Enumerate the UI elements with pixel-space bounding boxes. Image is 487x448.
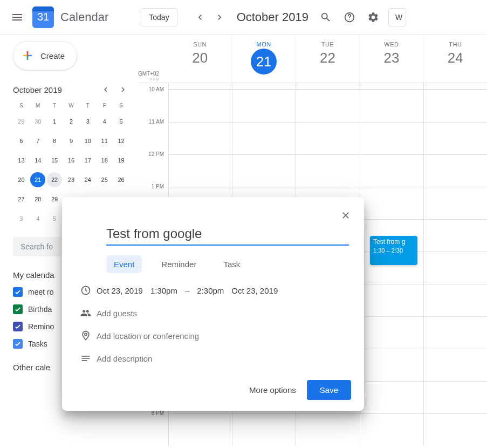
mini-day[interactable]: 16: [64, 153, 79, 168]
chevron-right-icon: [118, 85, 128, 94]
mini-day[interactable]: 2: [64, 114, 79, 129]
mini-day[interactable]: 3: [13, 211, 29, 226]
gear-icon: [367, 11, 379, 23]
dialog-tab-reminder[interactable]: Reminder: [154, 255, 204, 273]
mini-day[interactable]: 25: [97, 172, 112, 187]
create-label: Create: [40, 51, 65, 60]
mini-day[interactable]: 6: [13, 133, 29, 148]
mini-day[interactable]: 8: [47, 133, 62, 148]
mini-day[interactable]: 14: [30, 153, 45, 168]
date-start[interactable]: Oct 23, 2019: [97, 286, 143, 295]
checkbox-icon: [13, 339, 23, 349]
mini-day[interactable]: 18: [97, 153, 112, 168]
mini-day[interactable]: 5: [114, 114, 129, 129]
mini-day[interactable]: 15: [47, 153, 62, 168]
week-nav: [190, 8, 229, 27]
mini-day[interactable]: 24: [80, 172, 95, 187]
settings-button[interactable]: [362, 6, 384, 28]
day-number[interactable]: 24: [424, 50, 487, 66]
day-column-header[interactable]: WED23: [359, 35, 423, 83]
day-column-header[interactable]: MON21: [231, 35, 295, 83]
search-people-input[interactable]: Search fo: [13, 237, 61, 256]
add-location-input[interactable]: Add location or conferencing: [97, 331, 199, 341]
mini-day[interactable]: 10: [80, 133, 95, 148]
mini-day[interactable]: 27: [13, 192, 29, 207]
view-switcher[interactable]: W: [388, 8, 406, 26]
mini-day[interactable]: 5: [47, 211, 62, 226]
mini-day[interactable]: 13: [13, 153, 29, 168]
day-column-header[interactable]: SUN20: [168, 35, 231, 83]
day-number[interactable]: 23: [360, 50, 423, 66]
checkbox-icon: [13, 287, 23, 297]
today-button[interactable]: Today: [141, 8, 177, 26]
mini-day[interactable]: 30: [30, 114, 45, 129]
time-end[interactable]: 2:30pm: [197, 286, 224, 295]
checkbox-icon: [13, 322, 23, 331]
day-column-header[interactable]: TUE22: [296, 35, 359, 83]
mini-prev-button[interactable]: [99, 83, 112, 96]
next-week-button[interactable]: [210, 8, 229, 27]
mini-day[interactable]: 3: [80, 114, 95, 129]
mini-dow: S: [113, 100, 129, 111]
day-number[interactable]: 22: [296, 50, 359, 66]
help-button[interactable]: [339, 6, 360, 28]
mini-day[interactable]: 4: [30, 211, 45, 226]
mini-day[interactable]: 19: [114, 153, 129, 168]
description-icon: [80, 353, 91, 364]
day-column-header[interactable]: THU24: [423, 35, 487, 83]
header-date-title: October 2019: [237, 10, 308, 24]
add-description-input[interactable]: Add description: [97, 354, 152, 363]
mini-day[interactable]: 29: [47, 192, 62, 207]
logo[interactable]: 31 Calendar: [32, 6, 108, 28]
more-options-button[interactable]: More options: [249, 385, 296, 395]
mini-day[interactable]: 20: [13, 172, 29, 187]
mini-day[interactable]: 17: [80, 153, 95, 168]
calendar-label: Tasks: [28, 340, 47, 348]
hour-row[interactable]: [168, 413, 487, 446]
menu-button[interactable]: [4, 4, 30, 30]
mini-day[interactable]: 22: [47, 172, 62, 187]
event-time-row[interactable]: Oct 23, 2019 1:30pm – 2:30pm Oct 23, 201…: [97, 286, 278, 295]
save-button[interactable]: Save: [307, 380, 351, 400]
calendar-label: meet ro: [28, 288, 53, 296]
dialog-tab-task[interactable]: Task: [216, 255, 248, 273]
dialog-tabs: EventReminderTask: [106, 255, 351, 273]
mini-day[interactable]: 9: [64, 133, 79, 148]
search-icon: [320, 11, 332, 23]
quick-add-dialog: EventReminderTask Oct 23, 2019 1:30pm – …: [62, 197, 364, 411]
hamburger-icon: [11, 11, 24, 24]
time-start[interactable]: 1:30pm: [150, 286, 177, 295]
hour-row[interactable]: [168, 122, 487, 154]
create-button[interactable]: Create: [13, 41, 77, 70]
mini-next-button[interactable]: [116, 83, 129, 96]
event-chip[interactable]: Test from g 1:30 – 2:30: [370, 236, 417, 265]
clock-icon: [80, 285, 91, 296]
mini-day[interactable]: 1: [47, 114, 62, 129]
mini-day[interactable]: 11: [97, 133, 112, 148]
close-button[interactable]: [337, 207, 354, 224]
date-end[interactable]: Oct 23, 2019: [231, 286, 278, 295]
hour-row[interactable]: [168, 90, 487, 122]
mini-day[interactable]: 21: [30, 172, 45, 187]
mini-day[interactable]: 7: [30, 133, 45, 148]
mini-day[interactable]: 23: [64, 172, 79, 187]
timezone-label: GMT+02 9 AM: [138, 35, 168, 83]
mini-day[interactable]: 12: [114, 133, 129, 148]
add-guests-input[interactable]: Add guests: [97, 309, 137, 318]
dialog-tab-event[interactable]: Event: [106, 255, 142, 273]
day-number[interactable]: 21: [251, 49, 277, 74]
search-button[interactable]: [315, 6, 337, 28]
mini-day[interactable]: 28: [30, 192, 45, 207]
mini-day[interactable]: 29: [13, 114, 29, 129]
event-title-input[interactable]: [106, 224, 349, 246]
mini-dow: W: [63, 100, 80, 111]
day-header-row: GMT+02 9 AM SUN20MON21TUE22WED23THU24: [138, 35, 487, 83]
mini-dow: F: [96, 100, 113, 111]
day-number[interactable]: 20: [168, 50, 231, 66]
mini-day[interactable]: 26: [114, 172, 129, 187]
mini-day[interactable]: 4: [97, 114, 112, 129]
hour-label: 11 AM: [138, 119, 168, 125]
prev-week-button[interactable]: [190, 8, 210, 27]
location-icon: [80, 330, 91, 341]
hour-row[interactable]: [168, 154, 487, 187]
